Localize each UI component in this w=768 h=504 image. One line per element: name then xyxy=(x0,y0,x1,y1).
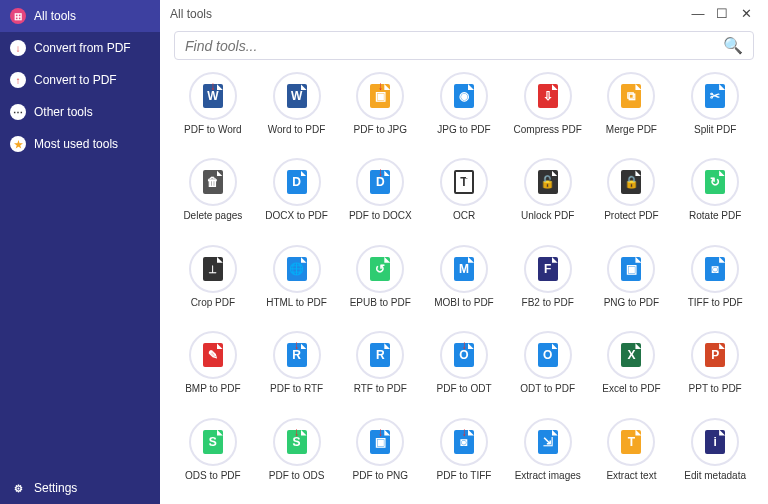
tool-icon: W↓ xyxy=(189,72,237,120)
tool-label: Unlock PDF xyxy=(521,210,574,221)
tool-mobi-to-pdf[interactable]: MMOBI to PDF xyxy=(425,245,503,323)
tool-png-to-pdf[interactable]: ▣PNG to PDF xyxy=(593,245,671,323)
tool-ods-to-pdf[interactable]: SODS to PDF xyxy=(174,418,252,496)
sidebar-item-4[interactable]: ★Most used tools xyxy=(0,128,160,160)
tool-label: TIFF to PDF xyxy=(688,297,743,308)
download-arrow-icon: ↓ xyxy=(377,425,383,439)
minimize-button[interactable]: — xyxy=(686,6,710,21)
tool-label: Edit metadata xyxy=(684,470,746,481)
tool-jpg-to-pdf[interactable]: ◉JPG to PDF xyxy=(425,72,503,150)
tool-rtf-to-pdf[interactable]: RRTF to PDF xyxy=(341,331,419,409)
tool-icon: X xyxy=(607,331,655,379)
tool-label: Extract text xyxy=(606,470,656,481)
tool-label: PDF to PNG xyxy=(352,470,408,481)
tool-pdf-to-png[interactable]: ▣↓PDF to PNG xyxy=(341,418,419,496)
tool-label: PDF to JPG xyxy=(354,124,407,135)
sidebar-settings[interactable]: ⚙ Settings xyxy=(0,472,160,504)
tool-docx-to-pdf[interactable]: DDOCX to PDF xyxy=(258,158,336,236)
sidebar-item-0[interactable]: ⊞All tools xyxy=(0,0,160,32)
download-arrow-icon: ↓ xyxy=(461,338,467,352)
tool-extract-text[interactable]: TExtract text xyxy=(593,418,671,496)
download-arrow-icon: ↓ xyxy=(210,79,216,93)
sidebar-label-1: Convert from PDF xyxy=(34,41,131,55)
sidebar-icon-0: ⊞ xyxy=(10,8,26,24)
tool-delete-pages[interactable]: 🗑Delete pages xyxy=(174,158,252,236)
tool-unlock-pdf[interactable]: 🔓Unlock PDF xyxy=(509,158,587,236)
tool-icon: D↓ xyxy=(356,158,404,206)
tool-label: Delete pages xyxy=(183,210,242,221)
tool-crop-pdf[interactable]: ⟂Crop PDF xyxy=(174,245,252,323)
tool-pdf-to-docx[interactable]: D↓PDF to DOCX xyxy=(341,158,419,236)
tool-pdf-to-jpg[interactable]: ▣↓PDF to JPG xyxy=(341,72,419,150)
sidebar-icon-3: ⋯ xyxy=(10,104,26,120)
tool-ppt-to-pdf[interactable]: PPPT to PDF xyxy=(676,331,754,409)
tool-label: ODT to PDF xyxy=(520,383,575,394)
download-arrow-icon: ↓ xyxy=(461,425,467,439)
sidebar-label-3: Other tools xyxy=(34,105,93,119)
tool-label: Word to PDF xyxy=(268,124,326,135)
tool-label: Merge PDF xyxy=(606,124,657,135)
tool-protect-pdf[interactable]: 🔒Protect PDF xyxy=(593,158,671,236)
tool-ocr[interactable]: TOCR xyxy=(425,158,503,236)
sidebar-icon-1: ↓ xyxy=(10,40,26,56)
tool-icon: O xyxy=(524,331,572,379)
download-arrow-icon: ↓ xyxy=(294,425,300,439)
tool-label: PDF to TIFF xyxy=(437,470,492,481)
tool-label: Excel to PDF xyxy=(602,383,660,394)
tool-icon: ◉ xyxy=(440,72,488,120)
tool-pdf-to-word[interactable]: W↓PDF to Word xyxy=(174,72,252,150)
tool-tiff-to-pdf[interactable]: ◙TIFF to PDF xyxy=(676,245,754,323)
search-input[interactable] xyxy=(185,38,723,54)
tool-pdf-to-odt[interactable]: O↓PDF to ODT xyxy=(425,331,503,409)
tool-label: PDF to ODS xyxy=(269,470,325,481)
tool-pdf-to-rtf[interactable]: R↓PDF to RTF xyxy=(258,331,336,409)
tool-fb2-to-pdf[interactable]: FFB2 to PDF xyxy=(509,245,587,323)
tool-pdf-to-ods[interactable]: S↓PDF to ODS xyxy=(258,418,336,496)
tool-word-to-pdf[interactable]: WWord to PDF xyxy=(258,72,336,150)
tool-pdf-to-tiff[interactable]: ◙↓PDF to TIFF xyxy=(425,418,503,496)
tool-label: Split PDF xyxy=(694,124,736,135)
tool-bmp-to-pdf[interactable]: ✎BMP to PDF xyxy=(174,331,252,409)
gear-icon: ⚙ xyxy=(10,480,26,496)
tool-icon: ↺ xyxy=(356,245,404,293)
tool-label: PNG to PDF xyxy=(604,297,660,308)
search-container: 🔍 xyxy=(174,31,754,60)
tool-label: Protect PDF xyxy=(604,210,658,221)
maximize-button[interactable]: ☐ xyxy=(710,6,734,21)
tool-icon: ▣↓ xyxy=(356,418,404,466)
search-icon[interactable]: 🔍 xyxy=(723,36,743,55)
tool-compress-pdf[interactable]: ⇩Compress PDF xyxy=(509,72,587,150)
tool-merge-pdf[interactable]: ⧉Merge PDF xyxy=(593,72,671,150)
tool-label: EPUB to PDF xyxy=(350,297,411,308)
tool-icon: T xyxy=(607,418,655,466)
tool-icon: ✂ xyxy=(691,72,739,120)
tool-odt-to-pdf[interactable]: OODT to PDF xyxy=(509,331,587,409)
tool-icon: ✎ xyxy=(189,331,237,379)
tool-split-pdf[interactable]: ✂Split PDF xyxy=(676,72,754,150)
tool-icon: ▣↓ xyxy=(356,72,404,120)
download-arrow-icon: ↓ xyxy=(377,165,383,179)
sidebar-item-1[interactable]: ↓Convert from PDF xyxy=(0,32,160,64)
sidebar-item-2[interactable]: ↑Convert to PDF xyxy=(0,64,160,96)
tool-icon: D xyxy=(273,158,321,206)
tool-edit-metadata[interactable]: iEdit metadata xyxy=(676,418,754,496)
tool-icon: ⟂ xyxy=(189,245,237,293)
tool-icon: 🗑 xyxy=(189,158,237,206)
tool-label: BMP to PDF xyxy=(185,383,240,394)
tool-label: FB2 to PDF xyxy=(522,297,574,308)
tool-extract-images[interactable]: ⇲Extract images xyxy=(509,418,587,496)
tool-html-to-pdf[interactable]: 🌐HTML to PDF xyxy=(258,245,336,323)
tool-epub-to-pdf[interactable]: ↺EPUB to PDF xyxy=(341,245,419,323)
sidebar-item-3[interactable]: ⋯Other tools xyxy=(0,96,160,128)
download-arrow-icon: ↓ xyxy=(377,79,383,93)
sidebar-label-0: All tools xyxy=(34,9,76,23)
tool-icon: 🔓 xyxy=(524,158,572,206)
download-arrow-icon: ↓ xyxy=(294,338,300,352)
sidebar-icon-4: ★ xyxy=(10,136,26,152)
close-button[interactable]: ✕ xyxy=(734,6,758,21)
tool-grid: W↓PDF to WordWWord to PDF▣↓PDF to JPG◉JP… xyxy=(160,70,768,504)
tool-excel-to-pdf[interactable]: XExcel to PDF xyxy=(593,331,671,409)
tool-icon: S↓ xyxy=(273,418,321,466)
tool-label: Crop PDF xyxy=(191,297,235,308)
tool-rotate-pdf[interactable]: ↻Rotate PDF xyxy=(676,158,754,236)
